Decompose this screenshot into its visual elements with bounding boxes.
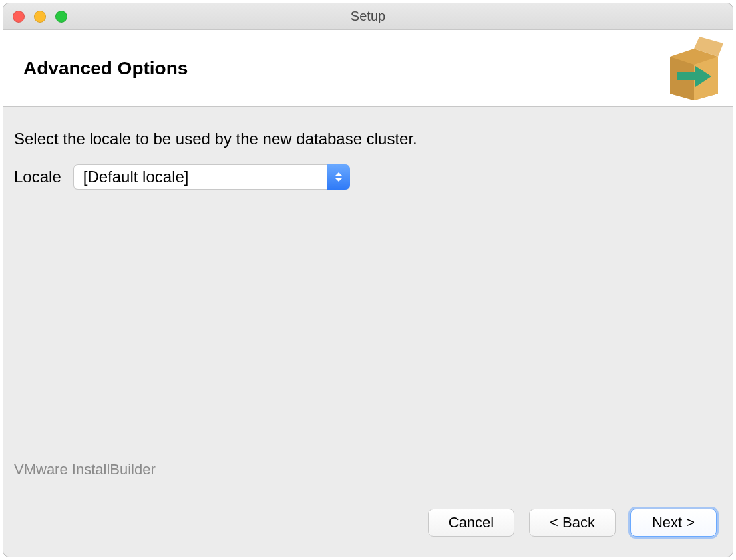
chevron-up-icon (335, 172, 343, 176)
select-stepper-icon (327, 164, 350, 190)
wizard-header: Advanced Options (3, 30, 733, 107)
next-button[interactable]: Next > (630, 509, 717, 537)
wizard-button-row: Cancel < Back Next > (428, 509, 717, 537)
page-title: Advanced Options (23, 58, 188, 79)
brand-label: VMware InstallBuilder (14, 461, 162, 478)
titlebar: Setup (3, 3, 733, 30)
next-button-label: Next > (652, 514, 695, 531)
locale-label: Locale (14, 168, 61, 186)
setup-window: Setup Advanced Options Select the lo (3, 3, 733, 557)
minimize-window-button[interactable] (34, 11, 46, 23)
back-button[interactable]: < Back (529, 509, 616, 537)
locale-field-row: Locale [Default locale] (14, 164, 722, 190)
locale-select-value: [Default locale] (73, 164, 350, 190)
instruction-text: Select the locale to be used by the new … (14, 130, 722, 148)
install-box-arrow-icon (662, 37, 726, 100)
locale-select[interactable]: [Default locale] (73, 164, 350, 190)
separator-line (162, 470, 722, 470)
footer-separator: VMware InstallBuilder (14, 461, 722, 478)
chevron-down-icon (335, 178, 343, 182)
window-title: Setup (3, 9, 733, 24)
cancel-button-label: Cancel (449, 514, 494, 531)
back-button-label: < Back (550, 514, 595, 531)
zoom-window-button[interactable] (55, 11, 67, 23)
close-window-button[interactable] (13, 11, 25, 23)
wizard-content: Select the locale to be used by the new … (3, 107, 733, 557)
traffic-lights (3, 11, 67, 23)
cancel-button[interactable]: Cancel (428, 509, 514, 537)
